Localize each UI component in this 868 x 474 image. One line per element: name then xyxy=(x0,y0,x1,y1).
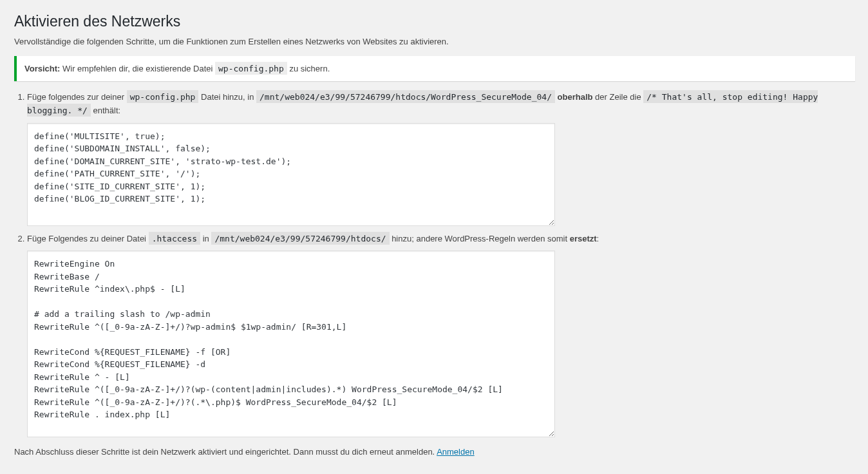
intro-text: Vervollständige die folgenden Schritte, … xyxy=(14,37,855,46)
step1-text2: Datei hinzu, in xyxy=(198,92,256,102)
step-1: Füge folgendes zur deiner wp-config.php … xyxy=(27,91,855,226)
step1-text5: enthält: xyxy=(91,106,120,115)
step1-text1: Füge folgendes zur deiner xyxy=(27,92,127,102)
step2-text2: in xyxy=(200,234,211,243)
login-link[interactable]: Anmelden xyxy=(437,447,475,457)
footer-text: Nach Abschluss dieser Schritte ist dein … xyxy=(14,447,855,457)
notice-after: zu sichern. xyxy=(287,64,330,73)
caution-notice: Vorsicht: Wir empfehlen dir, die existie… xyxy=(14,56,855,81)
page-title: Aktivieren des Netzwerks xyxy=(14,6,855,33)
step1-code2: /mnt/web024/e3/99/57246799/htdocs/WordPr… xyxy=(256,90,555,103)
wp-config-textarea[interactable] xyxy=(27,123,555,226)
notice-code: wp-config.php xyxy=(215,62,287,75)
footer-text-content: Nach Abschluss dieser Schritte ist dein … xyxy=(14,447,437,457)
step2-text4: : xyxy=(597,234,599,243)
step1-code1: wp-config.php xyxy=(127,90,199,103)
notice-before: Wir empfehlen dir, die existierende Date… xyxy=(60,64,215,73)
step1-text4: der Zeile die xyxy=(593,92,644,102)
steps-list: Füge folgendes zur deiner wp-config.php … xyxy=(27,91,855,437)
step2-code2: /mnt/web024/e3/99/57246799/htdocs/ xyxy=(211,232,389,245)
notice-text: Vorsicht: Wir empfehlen dir, die existie… xyxy=(24,64,847,73)
step2-code1: .htaccess xyxy=(149,232,200,245)
step1-strong1: oberhalb xyxy=(558,92,593,102)
notice-strong: Vorsicht: xyxy=(24,64,60,73)
htaccess-textarea[interactable] xyxy=(27,251,555,437)
step2-strong1: ersetzt xyxy=(570,234,597,243)
step-2: Füge Folgendes zu deiner Datei .htaccess… xyxy=(27,232,855,438)
network-setup-page: Aktivieren des Netzwerks Vervollständige… xyxy=(0,0,868,457)
step2-text3: hinzu; andere WordPress-Regeln werden so… xyxy=(390,234,570,243)
step2-text1: Füge Folgendes zu deiner Datei xyxy=(27,234,149,243)
